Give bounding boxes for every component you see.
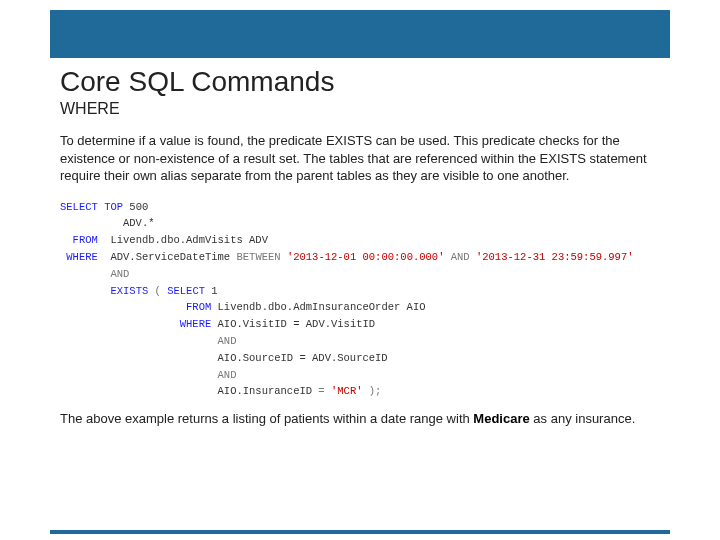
inner-cond-3-rhs: 'MCR' xyxy=(331,385,363,397)
select-cols: ADV.* xyxy=(123,217,155,229)
outro-pre: The above example returns a listing of p… xyxy=(60,411,473,426)
date-to: '2013-12-31 23:59:59.997' xyxy=(476,251,634,263)
inner-cond-3-lhs: AIO.InsuranceID xyxy=(218,385,313,397)
table-outer: Livendb.dbo.AdmVisits ADV xyxy=(110,234,268,246)
date-from: '2013-12-01 00:00:00.000' xyxy=(287,251,445,263)
cond-lhs: ADV.ServiceDateTime xyxy=(110,251,230,263)
inner-cond-2: AIO.SourceID = ADV.SourceID xyxy=(218,352,388,364)
inner-cols: 1 xyxy=(211,285,217,297)
kw-inner-where: WHERE xyxy=(180,318,212,330)
top-n: 500 xyxy=(129,201,148,213)
kw-between: BETWEEN xyxy=(236,251,280,263)
kw-inner-select: SELECT xyxy=(167,285,205,297)
outro-post: as any insurance. xyxy=(530,411,636,426)
eq: = xyxy=(318,385,324,397)
kw-and-1: AND xyxy=(110,268,129,280)
inner-table: Livendb.dbo.AdmInsuranceOrder AIO xyxy=(218,301,426,313)
paren-open: ( xyxy=(155,285,161,297)
footer-rule xyxy=(50,530,670,534)
kw-where: WHERE xyxy=(66,251,98,263)
kw-select: SELECT xyxy=(60,201,98,213)
kw-inner-and-1: AND xyxy=(218,335,237,347)
outro-bold: Medicare xyxy=(473,411,529,426)
paren-close: ); xyxy=(369,385,382,397)
inner-cond-1: AIO.VisitID = ADV.VisitID xyxy=(218,318,376,330)
sql-code-block: SELECT TOP 500 ADV.* FROM Livendb.dbo.Ad… xyxy=(60,199,680,401)
intro-paragraph: To determine if a value is found, the pr… xyxy=(60,132,665,185)
header-bar xyxy=(50,10,670,58)
outro-paragraph: The above example returns a listing of p… xyxy=(60,410,665,428)
slide: Core SQL Commands WHERE To determine if … xyxy=(0,10,720,540)
kw-inner-from: FROM xyxy=(186,301,211,313)
page-subtitle: WHERE xyxy=(60,100,670,118)
kw-inner-and-2: AND xyxy=(218,369,237,381)
kw-top: TOP xyxy=(104,201,123,213)
kw-and-between: AND xyxy=(451,251,470,263)
kw-from: FROM xyxy=(73,234,98,246)
page-title: Core SQL Commands xyxy=(60,66,670,98)
kw-exists: EXISTS xyxy=(110,285,148,297)
